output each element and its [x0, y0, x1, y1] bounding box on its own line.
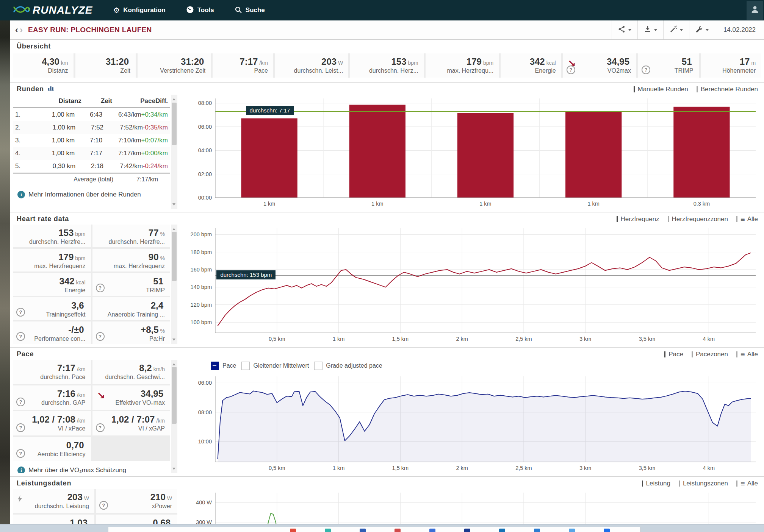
- nav-tools[interactable]: Tools: [186, 6, 214, 15]
- taskbar-app-icon[interactable]: [395, 529, 401, 532]
- nav-suche[interactable]: Suche: [235, 6, 265, 15]
- scroll-up-arrow[interactable]: [171, 225, 177, 231]
- os-taskbar[interactable]: [0, 524, 764, 532]
- chart-tooltip: durchschn: 153 bpm: [216, 270, 276, 279]
- edit-tools-button[interactable]: [663, 20, 689, 39]
- taskbar-app-icon[interactable]: [325, 529, 331, 532]
- taskbar-app-icon[interactable]: [534, 529, 540, 532]
- laps-scrollbar[interactable]: [171, 95, 177, 209]
- svg-text:2 km: 2 km: [456, 336, 468, 342]
- help-icon[interactable]: ?: [642, 66, 650, 74]
- link-pace[interactable]: Pace: [664, 351, 683, 358]
- help-icon[interactable]: ?: [16, 308, 25, 317]
- taskbar-app-icon[interactable]: [499, 529, 505, 532]
- help-icon[interactable]: ?: [567, 66, 575, 74]
- scroll-down-arrow[interactable]: [171, 467, 177, 473]
- svg-text:2,5 km: 2,5 km: [515, 465, 532, 471]
- legend-gleitender-mittelwert[interactable]: Gleitender Mittelwert: [241, 362, 309, 370]
- help-icon[interactable]: ?: [96, 423, 105, 432]
- top-navbar: RUNALYZE ⚙ Konfiguration Tools Suche: [0, 0, 764, 20]
- pace-scrollbar[interactable]: [171, 360, 177, 473]
- scroll-up-arrow[interactable]: [171, 360, 177, 366]
- power-chart-svg: 400 W300 W: [182, 489, 761, 528]
- page-title: EASY RUN: PLOCHINGEN LAUFEN: [28, 26, 152, 34]
- help-icon[interactable]: ?: [16, 449, 25, 458]
- link-herzfrequenzzonen[interactable]: Herzfrequenzzonen: [668, 215, 728, 223]
- section-overview: Übersicht 4,30km Distanz 31:20 Zeit 31:2…: [10, 40, 764, 78]
- svg-text:4 km: 4 km: [703, 465, 715, 471]
- laps-bar-chart[interactable]: 00:0002:0004:0006:0008:001 km1 km1 km1 k…: [182, 95, 761, 209]
- laps-more-info-link[interactable]: i Mehr Informationen über deine Runden: [17, 191, 170, 198]
- stat-performance-condition: -/±0 Performance con... ?: [13, 321, 91, 344]
- svg-text:08:00: 08:00: [198, 100, 212, 106]
- user-account-button[interactable]: [747, 1, 763, 20]
- power-view-links: Leistung Leistungszonen ≡Alle: [642, 480, 758, 487]
- taskbar-app-icon[interactable]: [569, 529, 575, 532]
- prev-activity-button[interactable]: ‹: [15, 25, 18, 34]
- checkbox-unchecked[interactable]: [314, 362, 323, 370]
- checkbox-unchecked[interactable]: [241, 362, 250, 370]
- vo2max-more-info-link[interactable]: i Mehr über die VO₂max Schätzung: [17, 466, 170, 473]
- link-berechnete-runden[interactable]: Berechnete Runden: [697, 86, 758, 93]
- scrollbar-thumb[interactable]: [172, 367, 177, 424]
- stat-energie: 342kcal Energie: [13, 273, 91, 296]
- scrollbar-thumb[interactable]: [172, 103, 177, 145]
- taskbar-app-icon[interactable]: [290, 529, 296, 532]
- svg-text:2 km: 2 km: [456, 465, 468, 471]
- taskbar-app-icon[interactable]: [429, 529, 435, 532]
- legend-grade-adjusted-pace[interactable]: Grade adjusted pace: [314, 362, 382, 370]
- settings-button[interactable]: [689, 20, 715, 39]
- help-icon[interactable]: ?: [16, 332, 25, 341]
- help-icon[interactable]: ?: [96, 332, 105, 341]
- user-icon: [750, 5, 759, 16]
- lightning-icon: [17, 495, 22, 504]
- lap-chart-icon[interactable]: [48, 86, 54, 93]
- help-icon[interactable]: ?: [99, 501, 108, 510]
- pace-view-links: Pace Pacezonen ≡Alle: [664, 351, 758, 358]
- link-alle[interactable]: ≡Alle: [736, 480, 758, 487]
- link-manuelle-runden[interactable]: Manuelle Runden: [634, 86, 688, 93]
- taskbar-app-icon[interactable]: [360, 529, 366, 532]
- help-icon[interactable]: ?: [16, 423, 25, 432]
- taskbar-app-icon[interactable]: [604, 529, 610, 532]
- svg-text:1 km: 1 km: [479, 201, 491, 207]
- stat-avg-gap: 7:16/km durchschn. GAP ?: [13, 385, 91, 410]
- svg-text:1,5 km: 1,5 km: [392, 465, 409, 471]
- section-power: Leistungsdaten Leistung Leistungszonen ≡…: [10, 476, 764, 531]
- brand-logo[interactable]: RUNALYZE: [13, 4, 92, 16]
- stat-pace: 7:17/km Pace: [213, 53, 273, 78]
- legend-pace[interactable]: Pace: [211, 362, 236, 370]
- svg-text:100 bpm: 100 bpm: [191, 319, 212, 325]
- link-alle[interactable]: ≡Alle: [736, 351, 758, 358]
- svg-text:0.3 km: 0.3 km: [694, 201, 710, 207]
- pace-chart[interactable]: 06:0008:0010:000,5 km1 km1,5 km2 km2,5 k…: [182, 373, 761, 473]
- scroll-down-arrow[interactable]: [171, 338, 177, 344]
- link-leistungszonen[interactable]: Leistungszonen: [679, 480, 728, 487]
- laps-table-panel: Distanz Zeit Pace Diff. 1. 1,00 km 6:43 …: [13, 95, 177, 209]
- link-leistung[interactable]: Leistung: [642, 480, 670, 487]
- heart-rate-chart[interactable]: 100 bpm120 bpm140 bpm160 bpm180 bpm200 b…: [182, 225, 761, 344]
- taskbar-app-icon[interactable]: [464, 529, 470, 532]
- checkbox-checked[interactable]: [211, 362, 219, 370]
- link-pacezonen[interactable]: Pacezonen: [692, 351, 728, 358]
- stat-avg-power: 203W durchschn. Leistung: [13, 489, 94, 513]
- heart-scrollbar[interactable]: [171, 225, 177, 344]
- svg-text:06:00: 06:00: [198, 124, 212, 130]
- link-herzfrequenz[interactable]: Herzfrequenz: [617, 215, 659, 223]
- power-chart[interactable]: 400 W300 W: [182, 489, 761, 528]
- svg-text:400 W: 400 W: [196, 499, 212, 505]
- help-icon[interactable]: ?: [96, 284, 105, 292]
- download-button[interactable]: [637, 20, 663, 39]
- table-row: 1. 1,00 km 6:43 6:43/km +0:34/km: [13, 108, 170, 121]
- share-button[interactable]: [612, 20, 637, 39]
- next-activity-button[interactable]: ›: [20, 25, 23, 34]
- scrollbar-thumb[interactable]: [172, 232, 177, 281]
- nav-konfiguration[interactable]: ⚙ Konfiguration: [113, 6, 165, 14]
- scroll-up-arrow[interactable]: [171, 95, 177, 101]
- svg-text:0,5 km: 0,5 km: [269, 465, 285, 471]
- laps-view-links: Manuelle Runden Berechnete Runden: [634, 86, 758, 93]
- gear-icon: ⚙: [113, 6, 120, 14]
- help-icon[interactable]: ?: [16, 398, 25, 406]
- scroll-down-arrow[interactable]: [171, 203, 177, 209]
- link-alle[interactable]: ≡Alle: [736, 215, 758, 223]
